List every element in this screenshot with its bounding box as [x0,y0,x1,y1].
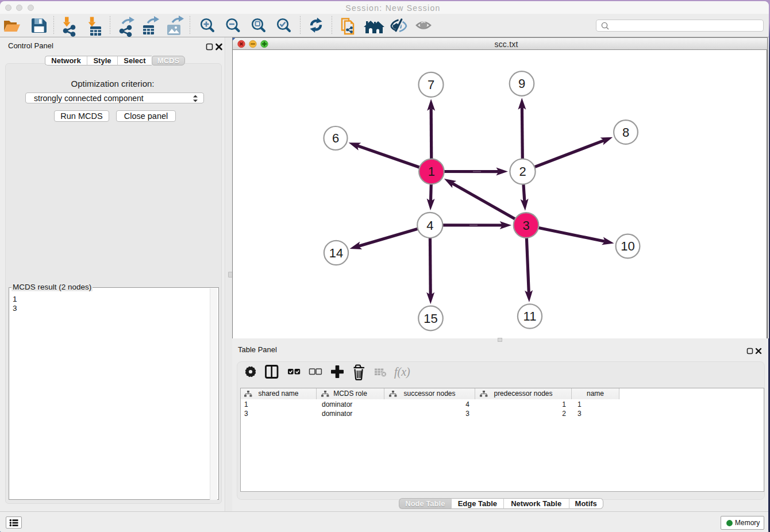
svg-text:f(x): f(x) [394,365,410,379]
svg-text:1: 1 [428,164,435,179]
svg-text:15: 15 [424,311,437,326]
svg-text:3: 3 [522,218,529,233]
svg-text:8: 8 [622,125,629,140]
svg-text:11: 11 [523,309,537,323]
svg-text:6: 6 [332,131,339,145]
svg-text:9: 9 [518,76,525,91]
svg-text:10: 10 [621,239,634,253]
svg-text:2: 2 [519,164,526,179]
svg-text:14: 14 [329,246,343,260]
svg-text:4: 4 [426,218,433,233]
svg-text:7: 7 [428,78,434,92]
